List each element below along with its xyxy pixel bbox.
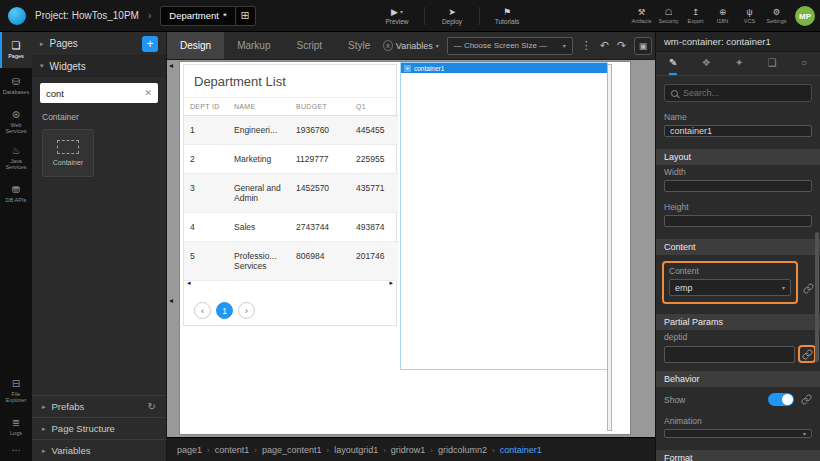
add-page-button[interactable]: +	[142, 36, 158, 52]
properties-tab-icon[interactable]: ✎	[669, 52, 677, 75]
show-toggle[interactable]	[768, 393, 794, 406]
bind-link-icon[interactable]	[801, 394, 812, 405]
property-search-input[interactable]	[683, 88, 805, 98]
rail-item-logs[interactable]: ≣ Logs	[0, 409, 32, 445]
pagination-next-button[interactable]: ›	[238, 302, 255, 319]
tutorials-button[interactable]: ⚑ Tutorials	[480, 0, 534, 32]
height-field[interactable]	[664, 215, 812, 227]
width-field[interactable]	[664, 180, 812, 192]
rail-item-pages[interactable]: ❏ Pages	[0, 32, 32, 68]
height-label: Height	[664, 202, 812, 212]
pagination-page-1[interactable]: 1	[216, 302, 233, 319]
breadcrumb-item-current[interactable]: container1	[487, 445, 542, 455]
events-tab-icon[interactable]: ✦	[735, 52, 743, 75]
page-preview[interactable]: Department List DEPT ID NAME BUDGET Q1	[180, 62, 630, 434]
widgets-section-title: Widgets	[50, 61, 86, 72]
page-structure-section[interactable]: ▸ Page Structure	[32, 417, 166, 439]
widget-search-box: ✕	[40, 83, 158, 103]
section-behavior[interactable]: Behavior	[656, 371, 820, 387]
rail-item-databases[interactable]: ⛁ Databases	[0, 68, 32, 104]
show-label: Show	[664, 395, 761, 405]
animation-select[interactable]: ▾	[664, 429, 812, 438]
project-label: Project: HowTos_10PM	[35, 10, 139, 21]
table-row[interactable]: 4 Sales 2743744 493874	[184, 213, 398, 242]
artifacts-button[interactable]: ⚒ Artifacts	[628, 0, 655, 32]
messages-tab-icon[interactable]: ❑	[768, 52, 777, 75]
i18n-button[interactable]: ⊕ I18N	[709, 0, 736, 32]
section-layout[interactable]: Layout	[656, 149, 820, 165]
pages-panel-header[interactable]: ▸ Pages +	[32, 32, 166, 56]
container-widget-tile[interactable]: Container	[42, 129, 94, 177]
tab-style[interactable]: Style	[335, 32, 383, 59]
deptid-field[interactable]	[664, 346, 795, 363]
rail-item-web-services[interactable]: ⊛ Web Services	[0, 104, 32, 140]
export-button[interactable]: ↥ Export	[682, 0, 709, 32]
misc-tab-icon[interactable]: ○	[801, 52, 807, 75]
table-row[interactable]: 1 Engineeri... 1936760 445455	[184, 116, 398, 145]
rail-more-icon[interactable]: ⋯	[0, 445, 32, 461]
variables-section[interactable]: ▸ Variables	[32, 439, 166, 461]
selected-container-widget[interactable]: + container1	[400, 62, 608, 370]
tab-script[interactable]: Script	[284, 32, 336, 59]
page-selector-dropdown[interactable]: Department *	[160, 6, 235, 26]
bind-link-icon[interactable]	[801, 283, 816, 304]
clear-search-icon[interactable]: ✕	[144, 88, 152, 98]
security-button[interactable]: ☖ Security	[655, 0, 682, 32]
table-header-row: DEPT ID NAME BUDGET Q1	[184, 98, 398, 116]
deploy-button[interactable]: ➤ Deploy	[425, 0, 479, 32]
width-label: Width	[664, 167, 812, 177]
variables-button[interactable]: x Variables ▾	[383, 40, 438, 51]
preview-button[interactable]: ▶▾ Preview	[370, 0, 424, 32]
tutorials-icon: ⚑	[503, 8, 511, 17]
pages-icon: ❏	[12, 41, 21, 51]
breadcrumb-item[interactable]: layoutgrid1	[321, 445, 378, 455]
page-scrollbar[interactable]	[607, 64, 612, 431]
widgets-section-header[interactable]: ▾ Widgets	[32, 56, 166, 77]
undo-icon[interactable]: ↶	[600, 40, 609, 51]
section-content[interactable]: Content	[656, 239, 820, 255]
breadcrumb-item[interactable]: content1	[202, 445, 249, 455]
widget-group-label: Container	[42, 112, 156, 122]
pagination-prev-button[interactable]: ‹	[194, 302, 211, 319]
editor-tabbar: Design Markup Script Style x Variables ▾…	[167, 32, 655, 60]
rail-spacer	[0, 212, 32, 373]
rail-item-java-services[interactable]: ♨ Java Services	[0, 140, 32, 176]
table-row[interactable]: 2 Marketing 1129777 225955	[184, 145, 398, 174]
user-avatar[interactable]: MP	[795, 6, 815, 26]
table-pagination: ‹ 1 ›	[194, 302, 255, 319]
breadcrumb-item[interactable]: page1	[177, 445, 202, 455]
tab-design[interactable]: Design	[167, 32, 224, 59]
rail-item-db-apis[interactable]: ⛃ DB APIs	[0, 176, 32, 212]
pages-panel: ▸ Pages + ▾ Widgets ✕ Container Containe…	[32, 32, 167, 461]
table-row[interactable]: 3 General and Admin 1452570 435771	[184, 174, 398, 213]
bind-link-icon-highlighted[interactable]	[798, 345, 816, 363]
plus-icon[interactable]: +	[404, 65, 411, 72]
section-partial-params[interactable]: Partial Params	[656, 314, 820, 330]
settings-button[interactable]: ⚙ Settings	[763, 0, 790, 32]
breadcrumb-item[interactable]: page_content1	[249, 445, 321, 455]
breadcrumb-item[interactable]: gridcolumn2	[425, 445, 487, 455]
content-select[interactable]: emp ▾	[669, 279, 791, 296]
container-selection-header[interactable]: + container1	[401, 63, 607, 73]
department-list-widget[interactable]: Department List DEPT ID NAME BUDGET Q1	[183, 64, 397, 326]
chevron-down-icon: ▾	[400, 8, 403, 17]
kebab-menu-icon[interactable]: ⋮	[581, 40, 592, 51]
redo-icon[interactable]: ↷	[617, 40, 626, 51]
tab-markup[interactable]: Markup	[224, 32, 283, 59]
rail-item-file-explorer[interactable]: ⊟ File Explorer	[0, 373, 32, 409]
widget-search-input[interactable]	[46, 88, 144, 99]
name-field[interactable]	[664, 125, 812, 137]
table-row[interactable]: 5 Professio... Services 806984 201746	[184, 242, 398, 281]
vcs-button[interactable]: ψ VCS	[736, 0, 763, 32]
screen-size-dropdown[interactable]: — Choose Screen Size — ▾	[447, 37, 573, 55]
refresh-icon[interactable]: ↻	[148, 401, 156, 412]
pages-grid-icon[interactable]: ⊞	[236, 6, 256, 26]
section-format[interactable]: Format	[656, 450, 820, 461]
app-logo-icon[interactable]	[8, 7, 26, 25]
inspector-scrollbar[interactable]	[815, 232, 819, 362]
save-icon[interactable]: ▣	[634, 37, 652, 55]
styles-tab-icon[interactable]: ❖	[702, 52, 711, 75]
design-canvas[interactable]: ◂ ◂ Department List DEPT ID NAME BUDGET …	[167, 60, 655, 437]
breadcrumb-item[interactable]: gridrow1	[378, 445, 425, 455]
prefabs-section[interactable]: ▸ Prefabs ↻	[32, 395, 166, 417]
